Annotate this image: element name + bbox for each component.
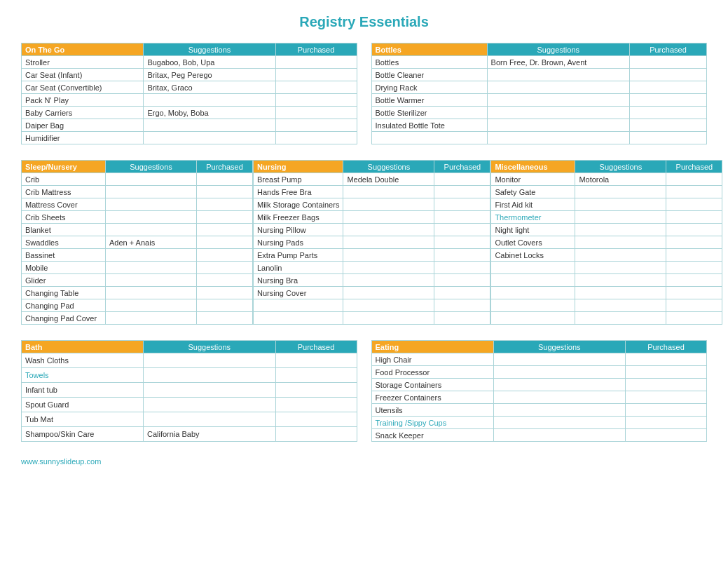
- item-suggestions: [343, 262, 434, 274]
- on-the-go-suggestions-header: Suggestions: [144, 43, 275, 56]
- item-name: Wash Cloths: [22, 353, 144, 368]
- item-name: [491, 299, 575, 312]
- table-row: Shampoo/Skin CareCalifornia Baby: [22, 427, 357, 442]
- table-row: Thermometer: [491, 211, 722, 224]
- table-row: Tub Mat: [22, 412, 357, 427]
- table-row: Night light: [491, 224, 722, 236]
- misc-suggestions-header: Suggestions: [575, 161, 666, 173]
- item-purchased: [197, 173, 253, 186]
- item-purchased: [275, 69, 357, 81]
- table-row: Hands Free Bra: [254, 186, 490, 198]
- item-name: Milk Freezer Bags: [254, 211, 343, 224]
- item-name: Bottle Warmer: [371, 94, 487, 107]
- item-suggestions: [575, 198, 666, 211]
- item-suggestions: Motorola: [575, 173, 666, 186]
- item-purchased: [434, 249, 490, 262]
- item-suggestions: [493, 417, 626, 429]
- item-purchased: [629, 81, 706, 94]
- item-purchased: [197, 249, 253, 262]
- table-row: Changing Table: [22, 287, 253, 299]
- item-name: Nursing Pillow: [254, 224, 343, 236]
- item-purchased: [434, 274, 490, 287]
- item-name: Nursing Cover: [254, 287, 343, 299]
- table-row: Crib Sheets: [22, 211, 253, 224]
- item-name: Nursing Pads: [254, 236, 343, 249]
- item-purchased: [666, 224, 722, 236]
- table-row: [371, 132, 707, 144]
- item-purchased: [434, 211, 490, 224]
- table-row: Mattress Cover: [22, 198, 253, 211]
- misc-header: Miscellaneous: [491, 161, 575, 173]
- sleep-nursery-header: Sleep/Nursery: [22, 161, 106, 173]
- item-suggestions: Ergo, Moby, Boba: [144, 107, 275, 119]
- item-name: Infant tub: [22, 383, 144, 398]
- item-purchased: [666, 312, 722, 325]
- table-row: Wash Cloths: [22, 353, 357, 368]
- item-name: Snack Keeper: [371, 429, 493, 442]
- item-suggestions: Bugaboo, Bob, Upa: [144, 56, 275, 69]
- item-purchased: [626, 417, 707, 429]
- item-name: Food Processor: [371, 366, 493, 379]
- item-purchased: [629, 132, 706, 144]
- item-suggestions: [343, 299, 434, 312]
- item-purchased: [275, 119, 357, 132]
- table-row: Nursing Bra: [254, 274, 490, 287]
- item-suggestions: [343, 249, 434, 262]
- item-suggestions: [144, 94, 275, 107]
- item-purchased: [197, 287, 253, 299]
- item-purchased: [626, 429, 707, 442]
- item-name: Crib: [22, 173, 106, 186]
- bottles-table: Bottles Suggestions Purchased BottlesBor…: [371, 43, 708, 144]
- item-name: Bottle Sterilizer: [371, 107, 487, 119]
- item-suggestions: [487, 119, 629, 132]
- item-suggestions: Britax, Graco: [144, 81, 275, 94]
- table-row: Car Seat (Infant)Britax, Peg Perego: [22, 69, 357, 81]
- item-purchased: [275, 132, 357, 144]
- table-row: Baby CarriersErgo, Moby, Boba: [22, 107, 357, 119]
- item-purchased: [666, 274, 722, 287]
- table-row: [254, 299, 490, 312]
- item-name: Insulated Bottle Tote: [371, 119, 487, 132]
- item-suggestions: [575, 211, 666, 224]
- item-name: Shampoo/Skin Care: [22, 427, 144, 442]
- table-row: MonitorMotorola: [491, 173, 722, 186]
- item-purchased: [629, 107, 706, 119]
- item-name: Crib Sheets: [22, 211, 106, 224]
- item-suggestions: [575, 236, 666, 249]
- on-the-go-table: On The Go Suggestions Purchased Stroller…: [21, 43, 357, 144]
- nursing-table: Nursing Suggestions Purchased Breast Pum…: [253, 160, 490, 325]
- item-name: Breast Pump: [254, 173, 343, 186]
- item-name: Changing Table: [22, 287, 106, 299]
- item-suggestions: [106, 173, 197, 186]
- item-purchased: [666, 249, 722, 262]
- item-name: Outlet Covers: [491, 236, 575, 249]
- item-suggestions: [343, 224, 434, 236]
- item-suggestions: [106, 198, 197, 211]
- item-purchased: [629, 56, 706, 69]
- table-row: Breast PumpMedela Double: [254, 173, 490, 186]
- item-suggestions: [106, 287, 197, 299]
- item-name: [491, 287, 575, 299]
- item-name: Nursing Bra: [254, 274, 343, 287]
- item-purchased: [275, 383, 357, 398]
- item-name: First Aid kit: [491, 198, 575, 211]
- item-suggestions: [106, 299, 197, 312]
- item-purchased: [197, 312, 253, 325]
- table-row: Crib Mattress: [22, 186, 253, 198]
- item-purchased: [434, 173, 490, 186]
- item-suggestions: [575, 262, 666, 274]
- table-row: Snack Keeper: [371, 429, 707, 442]
- item-name: Baby Carriers: [22, 107, 144, 119]
- item-suggestions: [106, 274, 197, 287]
- item-purchased: [629, 119, 706, 132]
- item-purchased: [434, 312, 490, 325]
- item-purchased: [666, 299, 722, 312]
- item-suggestions: [487, 81, 629, 94]
- table-row: Nursing Cover: [254, 287, 490, 299]
- item-purchased: [275, 398, 357, 412]
- item-name: Glider: [22, 274, 106, 287]
- bottles-suggestions-header: Suggestions: [487, 43, 629, 56]
- item-purchased: [666, 287, 722, 299]
- table-row: [491, 299, 722, 312]
- item-name: Daiper Bag: [22, 119, 144, 132]
